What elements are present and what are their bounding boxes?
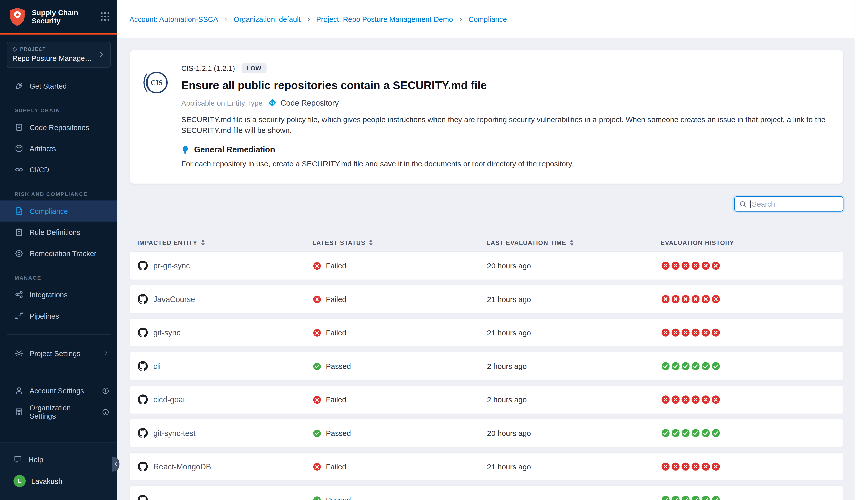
evaluation-time: 20 hours ago [487, 262, 661, 270]
status-label: Failed [326, 396, 346, 404]
sidebar-item-rule-definitions[interactable]: Rule Definitions [0, 221, 117, 243]
code-repository-icon [268, 98, 277, 107]
status-icon [313, 262, 321, 270]
sidebar-item-code-repositories[interactable]: Code Repositories [0, 116, 117, 138]
status-label: Failed [326, 328, 346, 337]
table-row[interactable]: cli Passed 2 hours ago [129, 352, 843, 380]
breadcrumb-bar: Account: Automation-SSCA Organization: d… [117, 0, 854, 39]
evaluation-time: 2 hours ago [487, 396, 661, 404]
status-icon [313, 362, 321, 370]
account-icon [14, 386, 24, 395]
entity-name[interactable]: pr-git-sync [153, 261, 190, 270]
compliance-doc-icon [14, 206, 24, 216]
github-icon [138, 328, 148, 338]
status-label: Passed [326, 429, 351, 437]
entity-name[interactable]: JavaCourse [153, 295, 195, 304]
status-label: Failed [326, 295, 346, 303]
table-row[interactable]: git-sync Failed 21 hours ago [129, 318, 843, 347]
evaluation-history[interactable] [661, 261, 843, 270]
module-grid-icon[interactable] [101, 12, 109, 21]
evaluation-history[interactable] [661, 295, 843, 304]
chat-bubble-icon [13, 455, 22, 464]
evaluation-time: 20 hours ago [487, 429, 661, 437]
breadcrumb-compliance[interactable]: Compliance [468, 15, 507, 23]
table-header: IMPACTED ENTITY LATEST STATUS LAST EVALU… [129, 239, 843, 246]
column-header-last-evaluation-time[interactable]: LAST EVALUATION TIME [486, 239, 661, 246]
app-logo: Supply Chain Security [0, 0, 117, 35]
content: CIS CIS-1.2.1 (1.2.1) LOW Ensure all pub… [117, 39, 854, 500]
chevron-right-icon [306, 16, 311, 22]
project-selector[interactable]: PROJECT Repo Posture Manage… [7, 42, 111, 68]
sidebar-section-risk-compliance: RISK AND COMPLIANCE [0, 190, 117, 198]
sidebar-item-account-settings[interactable]: Account Settings [0, 380, 117, 401]
target-icon [14, 249, 24, 258]
github-icon [138, 462, 148, 471]
table-row[interactable]: pr-git-sync Failed 20 hours ago [129, 251, 843, 280]
sidebar-section-supply-chain: SUPPLY CHAIN [0, 106, 117, 114]
entity-name[interactable]: cicd-goat [153, 395, 185, 404]
package-icon [14, 144, 24, 153]
evaluation-time: 21 hours ago [487, 462, 661, 470]
evaluation-history[interactable] [661, 395, 843, 404]
sidebar-divider [7, 372, 111, 372]
sidebar-item-compliance[interactable]: Compliance [0, 200, 117, 221]
sidebar-item-pipelines[interactable]: Pipelines [0, 305, 117, 326]
search-input[interactable] [752, 200, 838, 208]
breadcrumb-project[interactable]: Project: Repo Posture Management Demo [316, 15, 453, 23]
sidebar-item-remediation-tracker[interactable]: Remediation Tracker [0, 243, 117, 264]
remediation-heading: General Remediation [194, 145, 275, 154]
table-row[interactable]: git-sync-test Passed 20 hours ago [129, 419, 843, 447]
gear-icon [14, 349, 24, 358]
sort-icon[interactable] [369, 239, 373, 246]
evaluation-time: 21 hours ago [487, 328, 661, 337]
svg-text:CIS: CIS [151, 79, 163, 87]
project-name: Repo Posture Manage… [12, 54, 98, 62]
evaluation-time: 2 hours ago [487, 362, 661, 370]
sidebar-item-organization-settings[interactable]: Organization Settings [0, 401, 117, 422]
sidebar-item-label: Account Settings [30, 386, 96, 395]
entity-name[interactable]: git-sync-test [153, 429, 196, 438]
entity-name[interactable]: git-sync [153, 328, 180, 337]
sidebar-item-project-settings[interactable]: Project Settings [0, 343, 117, 364]
sort-icon[interactable] [570, 239, 574, 246]
evaluation-history[interactable] [661, 496, 843, 500]
evaluation-history[interactable] [661, 429, 843, 438]
entity-name[interactable]: React-MongoDB [153, 462, 211, 471]
breadcrumb-organization[interactable]: Organization: default [234, 15, 301, 23]
evaluation-history[interactable] [661, 462, 843, 471]
sidebar-item-artifacts[interactable]: Artifacts [0, 138, 117, 159]
sidebar-item-integrations[interactable]: Integrations [0, 284, 117, 305]
column-header-evaluation-history: EVALUATION HISTORY [661, 239, 844, 246]
entity-type-chip: Code Repository [268, 98, 339, 107]
column-header-impacted-entity[interactable]: IMPACTED ENTITY [137, 239, 312, 246]
text-caret [750, 200, 751, 208]
sidebar-item-cicd[interactable]: CI/CD [0, 159, 117, 180]
table-row[interactable]: JavaCourse Failed 21 hours ago [129, 285, 843, 314]
rule-id: CIS-1.2.1 (1.2.1) [181, 64, 235, 72]
column-header-latest-status[interactable]: LATEST STATUS [312, 239, 486, 246]
status-icon [313, 496, 321, 500]
table-row[interactable]: React-MongoDB Failed 21 hours ago [129, 452, 843, 481]
user-menu[interactable]: L Lavakush [0, 470, 117, 492]
evaluation-history[interactable] [661, 328, 843, 337]
sidebar-item-label: Pipelines [30, 311, 109, 320]
info-icon[interactable] [102, 408, 109, 416]
scrollbar-gutter[interactable] [855, 0, 868, 500]
project-icon [12, 46, 17, 52]
remediation-text: For each repository in use, create a SEC… [181, 160, 826, 168]
sidebar-item-get-started[interactable]: Get Started [0, 75, 117, 96]
info-icon[interactable] [102, 387, 109, 394]
table-row[interactable]: cicd-goat Failed 2 hours ago [129, 385, 843, 414]
evaluation-history[interactable] [661, 362, 843, 371]
rule-title: Ensure all public repositories contain a… [181, 79, 826, 92]
table-row[interactable]: Passed [129, 486, 843, 500]
breadcrumb-account[interactable]: Account: Automation-SSCA [129, 15, 218, 23]
status-icon [313, 396, 321, 404]
search-box[interactable] [734, 196, 843, 212]
status-icon [313, 462, 321, 470]
evaluation-time: 21 hours ago [487, 295, 661, 303]
entity-name[interactable]: cli [153, 362, 161, 371]
sidebar-item-help[interactable]: Help [0, 449, 117, 470]
sort-icon[interactable] [201, 239, 205, 246]
clipboard-icon [14, 228, 24, 237]
